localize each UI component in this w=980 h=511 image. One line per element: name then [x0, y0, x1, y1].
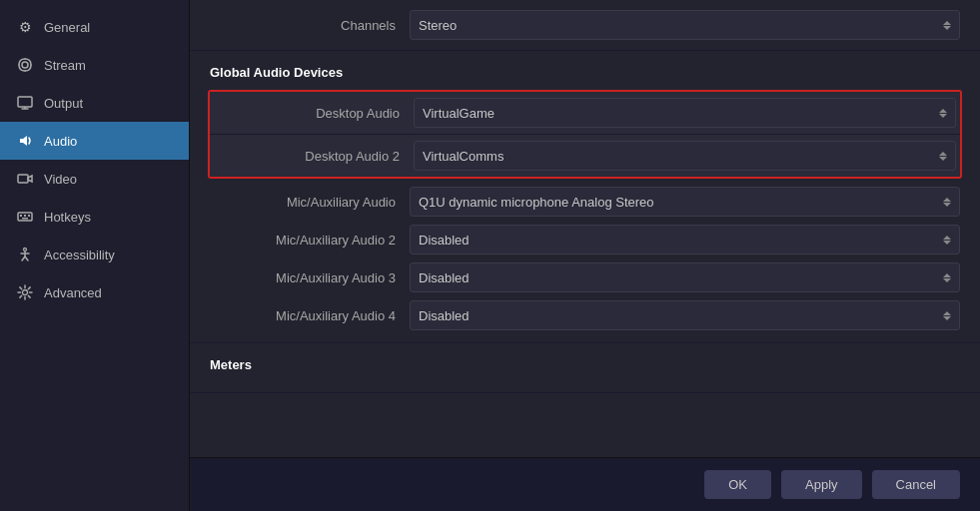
- spinner-up-icon: [939, 152, 947, 156]
- sidebar-label-general: General: [44, 20, 90, 35]
- spinner-up-icon: [943, 311, 951, 315]
- sidebar-item-audio[interactable]: Audio: [0, 122, 189, 160]
- footer-bar: OK Apply Cancel: [190, 457, 980, 511]
- sidebar-item-advanced[interactable]: Advanced: [0, 273, 189, 311]
- channels-select[interactable]: Stereo: [410, 10, 960, 40]
- sidebar-label-output: Output: [44, 96, 83, 111]
- desktop-audio-select[interactable]: VirtualGame: [414, 98, 956, 128]
- channels-section: Channels Stereo: [190, 0, 980, 51]
- spinner-up-icon: [943, 198, 951, 202]
- svg-rect-7: [22, 218, 28, 220]
- svg-point-9: [23, 290, 28, 295]
- mic-aux2-label: Mic/Auxiliary Audio 2: [210, 233, 410, 248]
- spinner-down-icon: [943, 278, 951, 282]
- sidebar-item-accessibility[interactable]: Accessibility: [0, 236, 189, 273]
- svg-rect-5: [24, 215, 26, 217]
- hotkeys-icon: [16, 208, 34, 226]
- advanced-icon: [16, 283, 34, 301]
- apply-button[interactable]: Apply: [781, 470, 862, 499]
- mic-aux3-value: Disabled: [419, 270, 470, 285]
- mic-aux3-spinner: [943, 273, 951, 282]
- spinner-down-icon: [943, 241, 951, 245]
- mic-aux4-select[interactable]: Disabled: [410, 300, 960, 330]
- mic-aux-row: Mic/Auxiliary Audio Q1U dynamic micropho…: [210, 187, 960, 217]
- sidebar-label-advanced: Advanced: [44, 285, 102, 300]
- sidebar-item-general[interactable]: ⚙ General: [0, 8, 189, 46]
- sidebar-item-hotkeys[interactable]: Hotkeys: [0, 198, 189, 236]
- mic-aux2-row: Mic/Auxiliary Audio 2 Disabled: [210, 225, 960, 255]
- spinner-down-icon: [939, 114, 947, 118]
- spinner-down-icon: [943, 26, 951, 30]
- spinner-up-icon: [939, 109, 947, 113]
- mic-aux-spinner: [943, 198, 951, 207]
- mic-aux2-value: Disabled: [419, 233, 470, 248]
- mic-aux-select[interactable]: Q1U dynamic microphone Analog Stereo: [410, 187, 960, 217]
- audio-icon: [16, 132, 34, 150]
- global-audio-section: Global Audio Devices Desktop Audio Virtu…: [190, 51, 980, 343]
- sidebar-item-video[interactable]: Video: [0, 160, 189, 198]
- meters-section: Meters: [190, 343, 980, 393]
- mic-aux3-select[interactable]: Disabled: [410, 262, 960, 292]
- svg-rect-2: [18, 175, 28, 183]
- mic-aux2-select[interactable]: Disabled: [410, 225, 960, 255]
- mic-aux-label: Mic/Auxiliary Audio: [210, 195, 410, 210]
- sidebar-label-video: Video: [44, 172, 77, 187]
- output-icon: [16, 94, 34, 112]
- mic-aux3-row: Mic/Auxiliary Audio 3 Disabled: [210, 262, 960, 292]
- sidebar-item-stream[interactable]: Stream: [0, 46, 189, 84]
- desktop-audio-value: VirtualGame: [423, 106, 494, 121]
- mic-aux-value: Q1U dynamic microphone Analog Stereo: [419, 195, 654, 210]
- desktop-audio-row: Desktop Audio VirtualGame: [210, 92, 960, 135]
- desktop-audio2-value: VirtualComms: [423, 149, 503, 164]
- spinner-up-icon: [943, 236, 951, 240]
- gear-icon: ⚙: [16, 18, 34, 36]
- stream-icon: [16, 56, 34, 74]
- desktop-audio2-spinner: [939, 152, 947, 161]
- main-content: Channels Stereo Global Audio Devices Des…: [190, 0, 980, 511]
- sidebar-label-hotkeys: Hotkeys: [44, 210, 91, 225]
- desktop-audio2-row: Desktop Audio 2 VirtualComms: [210, 135, 960, 177]
- svg-point-0: [22, 62, 28, 68]
- svg-rect-4: [20, 215, 22, 217]
- sidebar-item-output[interactable]: Output: [0, 84, 189, 122]
- sidebar: ⚙ General Stream Output: [0, 0, 190, 511]
- desktop-audio-group: Desktop Audio VirtualGame Desktop Audio …: [208, 90, 962, 179]
- video-icon: [16, 170, 34, 188]
- spinner-up-icon: [943, 21, 951, 25]
- ok-button[interactable]: OK: [704, 470, 771, 499]
- channels-spinner: [943, 21, 951, 30]
- svg-point-8: [24, 249, 27, 252]
- mic-aux2-spinner: [943, 236, 951, 245]
- svg-rect-6: [28, 215, 30, 217]
- svg-rect-1: [18, 97, 32, 107]
- desktop-audio2-select[interactable]: VirtualComms: [414, 141, 956, 171]
- cancel-button[interactable]: Cancel: [872, 470, 960, 499]
- channels-value: Stereo: [419, 18, 457, 33]
- spinner-down-icon: [943, 316, 951, 320]
- settings-content: Channels Stereo Global Audio Devices Des…: [190, 0, 980, 457]
- channels-row: Channels Stereo: [210, 10, 960, 40]
- mic-aux4-value: Disabled: [419, 308, 470, 323]
- global-audio-title: Global Audio Devices: [210, 61, 960, 80]
- spinner-up-icon: [943, 273, 951, 277]
- accessibility-icon: [16, 246, 34, 263]
- sidebar-label-stream: Stream: [44, 58, 86, 73]
- desktop-audio2-label: Desktop Audio 2: [214, 149, 414, 164]
- desktop-audio-spinner: [939, 109, 947, 118]
- channels-label: Channels: [210, 18, 410, 33]
- sidebar-label-audio: Audio: [44, 134, 77, 149]
- meters-title: Meters: [210, 353, 960, 372]
- mic-aux3-label: Mic/Auxiliary Audio 3: [210, 270, 410, 285]
- spinner-down-icon: [939, 157, 947, 161]
- mic-aux4-row: Mic/Auxiliary Audio 4 Disabled: [210, 300, 960, 330]
- sidebar-label-accessibility: Accessibility: [44, 248, 115, 262]
- spinner-down-icon: [943, 203, 951, 207]
- mic-aux4-spinner: [943, 311, 951, 320]
- desktop-audio-label: Desktop Audio: [214, 106, 414, 121]
- mic-aux4-label: Mic/Auxiliary Audio 4: [210, 308, 410, 323]
